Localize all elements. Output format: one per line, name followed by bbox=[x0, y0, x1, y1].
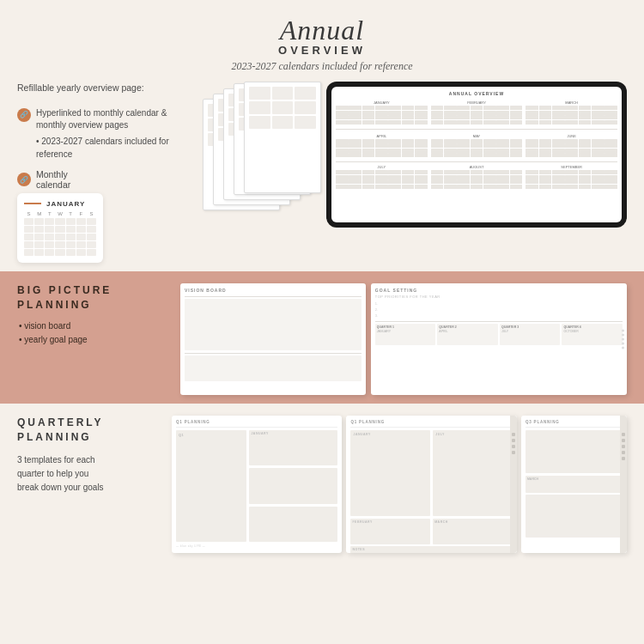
q-mar-col: MARCH bbox=[433, 519, 513, 544]
q-feb-col: FEBRUARY bbox=[350, 519, 430, 544]
priority1: 1. bbox=[375, 301, 623, 306]
screen-months-top: JANUARY FEBRUARY bbox=[336, 99, 617, 126]
planner-pages: VISION BOARD GOAL SETTING TOP PRIORITIES… bbox=[180, 283, 627, 395]
tablet-screen: ANNUAL OVERVIEW JANUARY bbox=[331, 87, 622, 222]
q-january-block: JANUARY bbox=[249, 430, 337, 465]
q-page3-block1 bbox=[526, 430, 623, 473]
quarter3: QUARTER 3 JULY bbox=[500, 324, 561, 345]
subtitle: 2023-2027 calendars included for referen… bbox=[17, 60, 627, 73]
q-feb-label: FEBRUARY bbox=[352, 520, 428, 524]
screen-months-middle: APRIL MAY bbox=[336, 132, 617, 160]
q-page-2: Q1 PLANNING JANUARY JULY FEBRUARY bbox=[346, 416, 516, 553]
big-picture-layout: BIG PICTURE PLANNING • vision board • ye… bbox=[17, 283, 627, 395]
q-jan-label2: JANUARY bbox=[353, 433, 428, 436]
screen-month-jul: JULY bbox=[336, 165, 428, 189]
q-layout2b: FEBRUARY MARCH bbox=[350, 519, 512, 544]
q-notes-block: NOTES bbox=[350, 546, 512, 553]
quarterly-pages: Q1 PLANNING Q1 JANUARY bbox=[172, 416, 627, 553]
vision-board-line bbox=[185, 296, 361, 297]
cal-month: JANUARY bbox=[46, 200, 85, 208]
overview-label: Refillable yearly overview page: bbox=[17, 82, 189, 95]
quarter-row: QUARTER 1 JANUARY QUARTER 2 APRIL QUARTE… bbox=[375, 324, 623, 345]
q-left-block: Q1 bbox=[176, 430, 246, 542]
vision-board-page: VISION BOARD bbox=[180, 283, 366, 395]
vision-board-line2 bbox=[185, 353, 361, 354]
screen-month-jun: JUNE bbox=[526, 134, 617, 158]
link-icon-2: 🔗 bbox=[17, 173, 31, 186]
q-block2 bbox=[249, 468, 337, 503]
feature2-text: • 2023-2027 calendars included for refer… bbox=[36, 135, 189, 161]
middle-section: BIG PICTURE PLANNING • vision board • ye… bbox=[0, 271, 644, 404]
vision-board-footer bbox=[185, 355, 361, 381]
q-right-col1: JANUARY bbox=[249, 430, 337, 542]
bottom-section: QUARTERLY PLANNING 3 templates for each … bbox=[0, 404, 644, 644]
quarter4: QUARTER 4 OCTOBER bbox=[562, 324, 623, 345]
monthly-text: Monthly calendar bbox=[36, 169, 70, 190]
screen-month-mar: MARCH bbox=[526, 100, 617, 125]
q-jan-label: JANUARY bbox=[251, 432, 336, 435]
page: Annual OVERVIEW 2023-2027 calendars incl… bbox=[0, 0, 644, 644]
vision-board-title: VISION BOARD bbox=[185, 288, 361, 293]
tablet-mockup: ANNUAL OVERVIEW JANUARY bbox=[326, 82, 627, 228]
q-divider2 bbox=[350, 427, 512, 428]
vision-board-content bbox=[185, 299, 361, 350]
screen-title: ANNUAL OVERVIEW bbox=[336, 91, 617, 96]
feature1-text: Hyperlinked to monthly calendar & monthl… bbox=[36, 107, 189, 131]
bullet-items: • 2023-2027 calendars included for refer… bbox=[36, 135, 189, 161]
annual-content: Refillable yearly overview page: 🔗 Hyper… bbox=[17, 82, 627, 263]
q-page-3: Q3 PLANNING MARCH bbox=[521, 416, 627, 553]
title-area: Annual OVERVIEW bbox=[17, 15, 627, 57]
screen-month-sep: SEPTEMBER bbox=[526, 165, 617, 189]
quarter1: QUARTER 1 JANUARY bbox=[375, 324, 436, 345]
link-icon-1: 🔗 bbox=[17, 108, 31, 122]
goal-setting-page: GOAL SETTING TOP PRIORITIES FOR THE YEAR… bbox=[371, 283, 627, 395]
bullet-vision: • vision board bbox=[19, 319, 155, 333]
q-page3-block3 bbox=[526, 495, 623, 538]
quarter2: QUARTER 2 APRIL bbox=[437, 324, 498, 345]
main-title-cursive: Annual bbox=[17, 15, 627, 46]
q-divider1 bbox=[176, 427, 337, 428]
quarterly-title: QUARTERLY PLANNING bbox=[17, 416, 155, 445]
q-page1-title: Q1 PLANNING bbox=[176, 420, 337, 424]
q-label-q1: Q1 bbox=[179, 433, 244, 437]
priority3: 3. bbox=[375, 313, 623, 318]
priority2: 2. bbox=[375, 307, 623, 312]
screen-month-may: MAY bbox=[431, 134, 523, 158]
bullet-yearly: • yearly goal page bbox=[19, 333, 155, 347]
main-title-block: OVERVIEW bbox=[17, 44, 627, 57]
big-picture-text: BIG PICTURE PLANNING • vision board • ye… bbox=[17, 283, 155, 347]
goal-divider bbox=[375, 321, 623, 322]
q-page3-title: Q3 PLANNING bbox=[526, 420, 623, 424]
q-block3 bbox=[249, 507, 337, 542]
q-jul-label: JULY bbox=[435, 433, 510, 436]
quarterly-layout: QUARTERLY PLANNING 3 templates for each … bbox=[17, 416, 627, 553]
feature1: 🔗 Hyperlinked to monthly calendar & mont… bbox=[17, 107, 189, 131]
page-dots bbox=[622, 329, 624, 349]
screen-divider bbox=[336, 129, 617, 130]
screen-month-aug: AUGUST bbox=[431, 165, 523, 189]
q-page3-block2: MARCH bbox=[526, 476, 623, 493]
calendar-stack bbox=[203, 82, 323, 228]
monthly-label-area: 🔗 Monthly calendar bbox=[17, 169, 189, 190]
q-divider3 bbox=[526, 427, 623, 428]
cal-page-5 bbox=[244, 82, 321, 193]
q-page2-title: Q1 PLANNING bbox=[350, 420, 512, 424]
mini-tab-bar3 bbox=[620, 416, 627, 553]
screen-months-bottom: JULY AUGUST bbox=[336, 165, 617, 189]
top-section: Annual OVERVIEW 2023-2027 calendars incl… bbox=[0, 0, 644, 271]
q-january-col: JANUARY bbox=[350, 430, 430, 516]
quarterly-desc: 3 templates for each quarter to help you… bbox=[17, 453, 155, 495]
big-picture-title: BIG PICTURE PLANNING bbox=[17, 283, 155, 313]
q-layout1: Q1 JANUARY bbox=[176, 430, 337, 542]
q-july-col: JULY bbox=[433, 430, 513, 516]
goal-setting-title: GOAL SETTING bbox=[375, 288, 623, 293]
mini-calendar-card: JANUARY S M T W T F S bbox=[17, 193, 103, 263]
q-footer1: — blue sky LIFE — bbox=[176, 544, 337, 548]
quarterly-left: QUARTERLY PLANNING 3 templates for each … bbox=[17, 416, 155, 553]
screen-month-feb: FEBRUARY bbox=[431, 100, 523, 125]
screen-month-jan: JANUARY bbox=[336, 100, 428, 125]
q-layout2: JANUARY JULY bbox=[350, 430, 512, 516]
annual-right: ANNUAL OVERVIEW JANUARY bbox=[203, 82, 627, 228]
cal-grid bbox=[24, 218, 96, 256]
q-page-1: Q1 PLANNING Q1 JANUARY bbox=[172, 416, 342, 553]
